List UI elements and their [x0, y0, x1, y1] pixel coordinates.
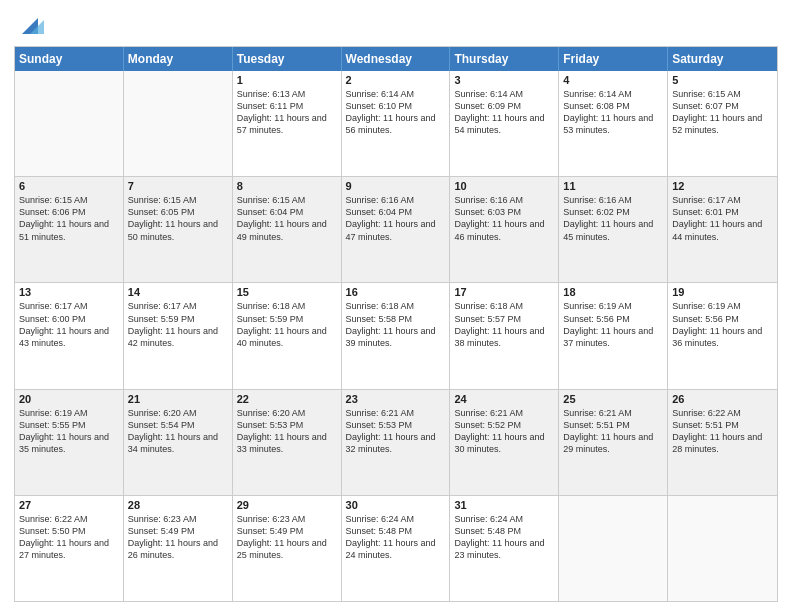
day-number: 29	[237, 499, 337, 511]
day-number: 20	[19, 393, 119, 405]
calendar-day-24: 24Sunrise: 6:21 AM Sunset: 5:52 PM Dayli…	[450, 390, 559, 495]
header	[14, 10, 778, 38]
day-number: 10	[454, 180, 554, 192]
day-info: Sunrise: 6:16 AM Sunset: 6:03 PM Dayligh…	[454, 195, 544, 241]
day-info: Sunrise: 6:15 AM Sunset: 6:04 PM Dayligh…	[237, 195, 327, 241]
calendar-day-20: 20Sunrise: 6:19 AM Sunset: 5:55 PM Dayli…	[15, 390, 124, 495]
day-info: Sunrise: 6:18 AM Sunset: 5:57 PM Dayligh…	[454, 301, 544, 347]
calendar-day-19: 19Sunrise: 6:19 AM Sunset: 5:56 PM Dayli…	[668, 283, 777, 388]
calendar-day-18: 18Sunrise: 6:19 AM Sunset: 5:56 PM Dayli…	[559, 283, 668, 388]
day-info: Sunrise: 6:17 AM Sunset: 6:00 PM Dayligh…	[19, 301, 109, 347]
day-info: Sunrise: 6:22 AM Sunset: 5:51 PM Dayligh…	[672, 408, 762, 454]
page: SundayMondayTuesdayWednesdayThursdayFrid…	[0, 0, 792, 612]
calendar-day-14: 14Sunrise: 6:17 AM Sunset: 5:59 PM Dayli…	[124, 283, 233, 388]
calendar-day-8: 8Sunrise: 6:15 AM Sunset: 6:04 PM Daylig…	[233, 177, 342, 282]
day-number: 6	[19, 180, 119, 192]
day-number: 26	[672, 393, 773, 405]
day-info: Sunrise: 6:15 AM Sunset: 6:06 PM Dayligh…	[19, 195, 109, 241]
day-number: 14	[128, 286, 228, 298]
calendar-header: SundayMondayTuesdayWednesdayThursdayFrid…	[15, 47, 777, 71]
day-number: 4	[563, 74, 663, 86]
day-info: Sunrise: 6:16 AM Sunset: 6:02 PM Dayligh…	[563, 195, 653, 241]
day-info: Sunrise: 6:18 AM Sunset: 5:58 PM Dayligh…	[346, 301, 436, 347]
calendar-day-4: 4Sunrise: 6:14 AM Sunset: 6:08 PM Daylig…	[559, 71, 668, 176]
day-info: Sunrise: 6:21 AM Sunset: 5:53 PM Dayligh…	[346, 408, 436, 454]
calendar-day-21: 21Sunrise: 6:20 AM Sunset: 5:54 PM Dayli…	[124, 390, 233, 495]
day-info: Sunrise: 6:16 AM Sunset: 6:04 PM Dayligh…	[346, 195, 436, 241]
calendar-empty	[15, 71, 124, 176]
day-info: Sunrise: 6:19 AM Sunset: 5:56 PM Dayligh…	[563, 301, 653, 347]
day-number: 2	[346, 74, 446, 86]
day-info: Sunrise: 6:19 AM Sunset: 5:56 PM Dayligh…	[672, 301, 762, 347]
day-info: Sunrise: 6:21 AM Sunset: 5:52 PM Dayligh…	[454, 408, 544, 454]
day-info: Sunrise: 6:15 AM Sunset: 6:07 PM Dayligh…	[672, 89, 762, 135]
calendar-empty	[559, 496, 668, 601]
day-number: 22	[237, 393, 337, 405]
calendar-week-2: 6Sunrise: 6:15 AM Sunset: 6:06 PM Daylig…	[15, 176, 777, 282]
calendar-day-31: 31Sunrise: 6:24 AM Sunset: 5:48 PM Dayli…	[450, 496, 559, 601]
day-number: 21	[128, 393, 228, 405]
day-info: Sunrise: 6:22 AM Sunset: 5:50 PM Dayligh…	[19, 514, 109, 560]
calendar-day-25: 25Sunrise: 6:21 AM Sunset: 5:51 PM Dayli…	[559, 390, 668, 495]
day-info: Sunrise: 6:21 AM Sunset: 5:51 PM Dayligh…	[563, 408, 653, 454]
day-number: 27	[19, 499, 119, 511]
day-number: 18	[563, 286, 663, 298]
header-day-sunday: Sunday	[15, 47, 124, 71]
day-info: Sunrise: 6:24 AM Sunset: 5:48 PM Dayligh…	[346, 514, 436, 560]
day-number: 13	[19, 286, 119, 298]
day-info: Sunrise: 6:17 AM Sunset: 6:01 PM Dayligh…	[672, 195, 762, 241]
day-info: Sunrise: 6:20 AM Sunset: 5:54 PM Dayligh…	[128, 408, 218, 454]
day-number: 28	[128, 499, 228, 511]
header-day-friday: Friday	[559, 47, 668, 71]
day-info: Sunrise: 6:23 AM Sunset: 5:49 PM Dayligh…	[237, 514, 327, 560]
day-number: 17	[454, 286, 554, 298]
day-number: 11	[563, 180, 663, 192]
day-number: 19	[672, 286, 773, 298]
calendar-empty	[668, 496, 777, 601]
calendar-week-1: 1Sunrise: 6:13 AM Sunset: 6:11 PM Daylig…	[15, 71, 777, 176]
day-number: 30	[346, 499, 446, 511]
logo	[14, 10, 44, 38]
day-number: 5	[672, 74, 773, 86]
day-number: 12	[672, 180, 773, 192]
day-number: 7	[128, 180, 228, 192]
day-number: 9	[346, 180, 446, 192]
day-info: Sunrise: 6:17 AM Sunset: 5:59 PM Dayligh…	[128, 301, 218, 347]
calendar-day-16: 16Sunrise: 6:18 AM Sunset: 5:58 PM Dayli…	[342, 283, 451, 388]
calendar-empty	[124, 71, 233, 176]
day-number: 3	[454, 74, 554, 86]
day-info: Sunrise: 6:23 AM Sunset: 5:49 PM Dayligh…	[128, 514, 218, 560]
calendar-week-4: 20Sunrise: 6:19 AM Sunset: 5:55 PM Dayli…	[15, 389, 777, 495]
calendar-day-7: 7Sunrise: 6:15 AM Sunset: 6:05 PM Daylig…	[124, 177, 233, 282]
calendar-day-22: 22Sunrise: 6:20 AM Sunset: 5:53 PM Dayli…	[233, 390, 342, 495]
header-day-tuesday: Tuesday	[233, 47, 342, 71]
calendar-day-30: 30Sunrise: 6:24 AM Sunset: 5:48 PM Dayli…	[342, 496, 451, 601]
calendar-day-15: 15Sunrise: 6:18 AM Sunset: 5:59 PM Dayli…	[233, 283, 342, 388]
calendar-day-1: 1Sunrise: 6:13 AM Sunset: 6:11 PM Daylig…	[233, 71, 342, 176]
day-info: Sunrise: 6:19 AM Sunset: 5:55 PM Dayligh…	[19, 408, 109, 454]
calendar-day-3: 3Sunrise: 6:14 AM Sunset: 6:09 PM Daylig…	[450, 71, 559, 176]
logo-icon	[16, 10, 44, 38]
calendar-day-5: 5Sunrise: 6:15 AM Sunset: 6:07 PM Daylig…	[668, 71, 777, 176]
day-number: 1	[237, 74, 337, 86]
day-info: Sunrise: 6:20 AM Sunset: 5:53 PM Dayligh…	[237, 408, 327, 454]
day-number: 24	[454, 393, 554, 405]
day-number: 23	[346, 393, 446, 405]
day-info: Sunrise: 6:13 AM Sunset: 6:11 PM Dayligh…	[237, 89, 327, 135]
calendar-day-6: 6Sunrise: 6:15 AM Sunset: 6:06 PM Daylig…	[15, 177, 124, 282]
header-day-monday: Monday	[124, 47, 233, 71]
day-number: 25	[563, 393, 663, 405]
calendar: SundayMondayTuesdayWednesdayThursdayFrid…	[14, 46, 778, 602]
day-info: Sunrise: 6:14 AM Sunset: 6:08 PM Dayligh…	[563, 89, 653, 135]
header-day-saturday: Saturday	[668, 47, 777, 71]
day-number: 31	[454, 499, 554, 511]
header-day-thursday: Thursday	[450, 47, 559, 71]
calendar-day-29: 29Sunrise: 6:23 AM Sunset: 5:49 PM Dayli…	[233, 496, 342, 601]
day-number: 16	[346, 286, 446, 298]
calendar-day-9: 9Sunrise: 6:16 AM Sunset: 6:04 PM Daylig…	[342, 177, 451, 282]
calendar-day-23: 23Sunrise: 6:21 AM Sunset: 5:53 PM Dayli…	[342, 390, 451, 495]
calendar-day-13: 13Sunrise: 6:17 AM Sunset: 6:00 PM Dayli…	[15, 283, 124, 388]
day-number: 15	[237, 286, 337, 298]
calendar-body: 1Sunrise: 6:13 AM Sunset: 6:11 PM Daylig…	[15, 71, 777, 601]
calendar-day-26: 26Sunrise: 6:22 AM Sunset: 5:51 PM Dayli…	[668, 390, 777, 495]
